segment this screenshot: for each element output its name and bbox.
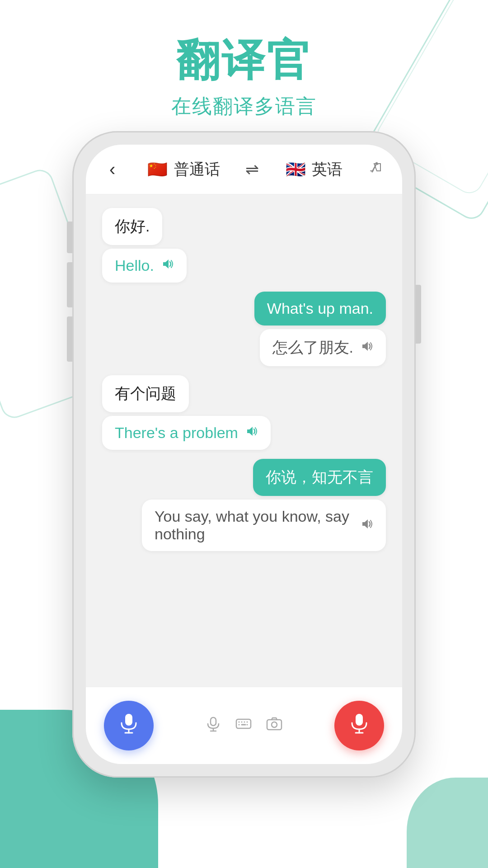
swap-icon[interactable]: ⇌ [245, 160, 259, 179]
phone-mockup: ‹ 🇨🇳 普通话 ⇌ 🇬🇧 英语 [72, 131, 416, 778]
bottom-bar [86, 687, 402, 764]
message-group-1: 你好. Hello. [102, 208, 386, 283]
msg-2-original: What's up man. [254, 292, 386, 326]
svg-rect-0 [125, 714, 132, 726]
keyboard-icon[interactable] [235, 715, 252, 736]
phone-button-volume-mute [67, 222, 72, 253]
msg-1-original: 你好. [102, 208, 162, 245]
mic-small-icon[interactable] [205, 716, 221, 736]
chat-area: 你好. Hello. [86, 194, 402, 687]
mic-button-right[interactable] [334, 701, 384, 750]
sound-icon-2[interactable] [361, 340, 373, 356]
msg-4-original: 你说，知无不言 [253, 459, 386, 496]
sound-icon-4[interactable] [361, 518, 373, 533]
phone-button-volume-up [67, 262, 72, 307]
lang-left-section: 🇨🇳 普通话 [146, 158, 220, 181]
flag-english: 🇬🇧 [284, 158, 307, 181]
header-section: 翻译官 在线翻译多语言 [0, 0, 488, 120]
msg-1-translated: Hello. [102, 249, 187, 283]
clear-icon[interactable] [368, 159, 384, 179]
sound-icon-3[interactable] [245, 425, 258, 441]
camera-icon[interactable] [266, 715, 283, 736]
svg-rect-6 [236, 719, 251, 728]
svg-rect-14 [267, 720, 282, 730]
phone-button-power [416, 285, 421, 344]
message-group-4: 你说，知无不言 You say, what you know, say noth… [102, 459, 386, 551]
back-button[interactable]: ‹ [104, 157, 121, 181]
svg-rect-3 [211, 717, 216, 726]
phone-outer: ‹ 🇨🇳 普通话 ⇌ 🇬🇧 英语 [72, 131, 416, 778]
flag-chinese: 🇨🇳 [146, 158, 169, 181]
message-group-3: 有个问题 There's a problem [102, 375, 386, 450]
mic-right-icon [347, 711, 371, 740]
msg-4-translated: You say, what you know, say nothing [142, 500, 386, 551]
app-title: 翻译官 [0, 36, 488, 84]
svg-rect-16 [356, 714, 363, 726]
app-subtitle: 在线翻译多语言 [0, 93, 488, 120]
phone-screen: ‹ 🇨🇳 普通话 ⇌ 🇬🇧 英语 [86, 145, 402, 764]
phone-button-volume-down [67, 316, 72, 362]
msg-3-original: 有个问题 [102, 375, 189, 412]
msg-2-translated: 怎么了朋友. [260, 329, 386, 366]
deco-blob-right [407, 778, 488, 868]
message-group-2: What's up man. 怎么了朋友. [102, 292, 386, 366]
top-bar: ‹ 🇨🇳 普通话 ⇌ 🇬🇧 英语 [86, 145, 402, 194]
sound-icon-1[interactable] [161, 258, 174, 274]
center-controls [205, 715, 283, 736]
mic-left-icon [117, 711, 141, 740]
mic-button-left[interactable] [104, 701, 154, 750]
lang-chinese-label: 普通话 [174, 159, 220, 180]
lang-right-section: 🇬🇧 英语 [284, 158, 343, 181]
lang-english-label: 英语 [312, 159, 343, 180]
msg-3-translated: There's a problem [102, 416, 271, 450]
svg-point-15 [272, 722, 277, 727]
